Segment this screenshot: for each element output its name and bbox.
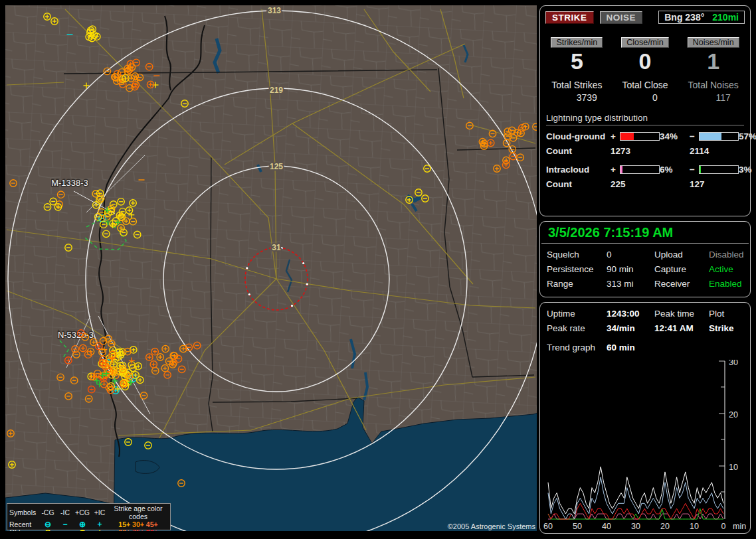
y-label-30: 30 <box>729 360 738 367</box>
uptime-value: 1243:00 <box>607 309 654 319</box>
legend-old-label: Old <box>9 528 39 531</box>
persistence-label: Persistence <box>547 264 607 274</box>
legend-header-row: Symbols -CG -IC +CG +IC Strike age color… <box>7 504 170 520</box>
capture-label: Capture <box>654 264 709 274</box>
total-strikes-label: Total Strikes <box>543 80 611 90</box>
peak-time-label: Peak time <box>654 309 709 319</box>
legend-symbols-header: Symbols <box>9 508 39 516</box>
neg-ic-old-icon: − <box>56 528 74 531</box>
pos-ic-old-icon: + <box>91 528 108 531</box>
cloud-ground-label: Cloud-ground <box>546 131 611 141</box>
upload-label: Upload <box>654 250 709 260</box>
legend-pos-ic-header: +IC <box>91 508 108 516</box>
minus-sign: − <box>690 165 699 175</box>
legend-recent-label: Recent <box>9 520 39 528</box>
stats-grid: Uptime 1243:00 Peak time Plot Peak rate … <box>540 303 750 333</box>
cloud-ground-count-row: Count 1273 2114 <box>546 146 744 156</box>
close-column: Close/min 0 Total Close 0 <box>611 37 680 103</box>
plus-sign: + <box>611 165 620 175</box>
legend-pos-cg-header: +CG <box>74 508 91 516</box>
total-noises-value: 117 <box>689 92 756 103</box>
age-60: 60+ <box>118 528 130 531</box>
status-panel: 3/5/2026 7:15:19 AM Squelch 0 Upload Dis… <box>539 221 751 297</box>
age-90: 90+ <box>146 528 158 531</box>
noise-toggle-button[interactable]: NOISE <box>600 11 643 24</box>
x-label-40: 40 <box>602 522 611 531</box>
age-30: 30+ <box>132 520 144 528</box>
range-ring-label: 219 <box>270 86 283 95</box>
ic-pos-pct: 6% <box>660 165 690 175</box>
y-label-10: 10 <box>729 463 738 472</box>
rate-columns: Strikes/min 5 Total Strikes 3739 Close/m… <box>540 37 750 103</box>
bearing-range-value: 210mi <box>712 12 739 23</box>
cg-neg-bar <box>699 132 739 141</box>
alarm-ring-dot <box>291 305 293 307</box>
bearing-display: Bng 238° 210mi <box>658 11 745 24</box>
trend-window-value: 60 min <box>607 343 654 352</box>
age-45: 45+ <box>146 520 158 528</box>
intracloud-row: Intracloud + 6% − 3% <box>546 165 744 175</box>
trend-panel: Uptime 1243:00 Peak time Plot Peak rate … <box>539 302 751 534</box>
upload-status: Disabled <box>709 250 750 260</box>
ic-pos-count: 225 <box>611 179 660 189</box>
map-canvas[interactable]: 31321912531M-1338-3N-5320-3 <box>5 5 537 531</box>
pos-cg-old-icon: ⊕ <box>74 528 91 531</box>
ic-neg-count: 127 <box>690 179 739 189</box>
trend-series-total <box>548 467 723 514</box>
close-per-min-value: 0 <box>611 50 680 74</box>
copyright-text: ©2005 Astrogenic Systems <box>448 522 535 530</box>
plot-label: Plot <box>709 309 750 319</box>
strikes-per-min-value: 5 <box>543 50 611 74</box>
trend-graph: 30 20 10 60 50 40 30 20 10 0 min <box>543 360 753 531</box>
plus-sign: + <box>611 131 620 141</box>
range-label: Range <box>547 279 607 289</box>
strike-symbol-legend: Symbols -CG -IC +CG +IC Strike age color… <box>7 503 171 530</box>
cg-pos-bar <box>620 132 660 141</box>
x-label-10: 10 <box>690 522 699 531</box>
intracloud-label: Intracloud <box>546 165 611 175</box>
uptime-label: Uptime <box>547 309 607 319</box>
minus-sign: − <box>690 131 699 141</box>
capture-status: Active <box>709 264 750 274</box>
legend-recent-row: Recent ⊖ − ⊕ + 15+ 30+ 45+ <box>7 520 170 528</box>
legend-ages-old: 60+ 75+ 90+ <box>108 528 168 531</box>
legend-old-row: Old ⊖ − ⊕ + 60+ 75+ 90+ <box>7 528 170 531</box>
legend-neg-ic-header: -IC <box>56 508 74 516</box>
noises-per-min-chip: Noises/min <box>688 37 739 48</box>
lightning-map[interactable]: 31321912531M-1338-3N-5320-3 Symbols -CG … <box>5 5 537 531</box>
strike-toggle-button[interactable]: STRIKE <box>545 11 594 24</box>
neg-cg-old-icon: ⊖ <box>39 528 56 531</box>
legend-ages-recent: 15+ 30+ 45+ <box>108 520 168 528</box>
range-ring-label: 125 <box>270 162 283 171</box>
receiver-status: Enabled <box>709 279 750 289</box>
range-ring-label: 313 <box>268 6 281 15</box>
strikes-column: Strikes/min 5 Total Strikes 3739 <box>543 37 611 103</box>
x-label-0: 0 <box>721 522 726 531</box>
persistence-value: 90 min <box>607 264 654 274</box>
alarm-ring-dot <box>302 262 304 264</box>
count-label: Count <box>546 179 611 189</box>
trend-series-group <box>548 467 723 519</box>
ic-neg-bar <box>699 165 739 174</box>
alarm-ring-dot <box>281 247 283 249</box>
peak-rate-label: Peak rate <box>547 323 607 333</box>
ic-neg-pct: 3% <box>739 165 756 175</box>
alarm-ring-dot <box>246 267 248 269</box>
status-grid: Squelch 0 Upload Disabled Persistence 90… <box>540 244 750 289</box>
legend-age-header: Strike age color codes <box>108 504 168 520</box>
x-label-20: 20 <box>660 522 670 531</box>
x-label-60: 60 <box>543 522 553 531</box>
toggle-row: STRIKE NOISE Bng 238° 210mi <box>540 6 750 24</box>
noises-column: Noises/min 1 Total Noises 117 <box>679 37 747 103</box>
intracloud-count-row: Count 225 127 <box>546 179 744 189</box>
receiver-label: Receiver <box>654 279 709 289</box>
ic-pos-bar <box>620 165 660 174</box>
total-strikes-value: 3739 <box>553 92 621 103</box>
range-value: 313 mi <box>607 279 654 289</box>
age-75: 75+ <box>132 528 144 531</box>
total-close-label: Total Close <box>611 80 680 90</box>
strikes-per-min-chip: Strikes/min <box>551 37 603 48</box>
squelch-value: 0 <box>607 250 654 260</box>
legend-neg-cg-header: -CG <box>39 508 56 516</box>
nexstorm-window: 31321912531M-1338-3N-5320-3 Symbols -CG … <box>0 0 756 539</box>
